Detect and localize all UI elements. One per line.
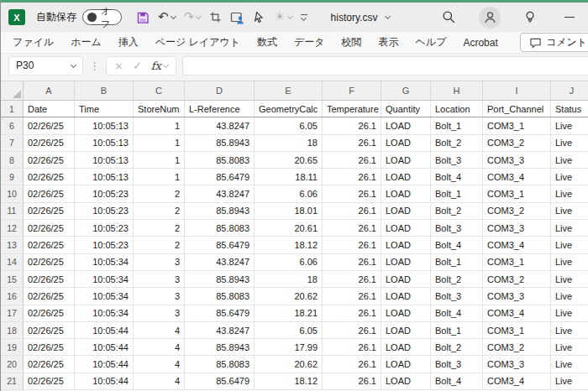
row-header-7[interactable]: 7 <box>1 135 24 151</box>
comments-button[interactable]: コメント <box>520 33 588 52</box>
cell-C11[interactable]: 2 <box>134 203 185 219</box>
cell-E17[interactable]: 18.21 <box>255 305 323 321</box>
undo-button[interactable]: ↶ <box>155 8 179 26</box>
cell-D14[interactable]: 43.8247 <box>185 254 255 270</box>
cancel-icon[interactable]: × <box>114 60 123 71</box>
cell-E10[interactable]: 6.06 <box>255 185 323 201</box>
cell-A14[interactable]: 02/26/25 <box>24 254 75 270</box>
select-all-button[interactable] <box>1 81 24 100</box>
column-header-F[interactable]: F <box>323 81 381 100</box>
cell-G20[interactable]: LOAD <box>381 356 431 372</box>
cell-I20[interactable]: COM3_3 <box>483 356 551 372</box>
cell-D10[interactable]: 43.8247 <box>185 185 255 201</box>
cell-B21[interactable]: 10:05:44 <box>75 373 134 389</box>
cell-J16[interactable]: Live <box>551 288 588 304</box>
cell-J19[interactable]: Live <box>551 339 588 355</box>
cell-F18[interactable]: 26.1 <box>323 322 381 338</box>
row-header-18[interactable]: 18 <box>1 322 24 338</box>
search-icon[interactable] <box>442 10 456 24</box>
cell-G18[interactable]: LOAD <box>381 322 431 338</box>
cell-F7[interactable]: 26.1 <box>323 135 381 151</box>
cell-J18[interactable]: Live <box>551 322 588 338</box>
cell-F14[interactable]: 26.1 <box>323 254 381 270</box>
cell-H15[interactable]: Bolt_2 <box>431 271 483 287</box>
cell-D8[interactable]: 85.8083 <box>185 152 255 168</box>
cell-A8[interactable]: 02/26/25 <box>24 152 75 168</box>
cell-H13[interactable]: Bolt_4 <box>431 237 483 253</box>
cell-D21[interactable]: 85.6479 <box>185 373 255 389</box>
cell-G14[interactable]: LOAD <box>381 254 431 270</box>
row-header-8[interactable]: 8 <box>1 152 24 168</box>
tab-view[interactable]: 表示 <box>370 32 407 53</box>
column-header-C[interactable]: C <box>134 81 185 100</box>
brightness-button[interactable]: ☀ <box>270 8 295 26</box>
customize-toolbar-button[interactable] <box>297 12 311 23</box>
cell-I12[interactable]: COM3_3 <box>483 220 551 236</box>
cell-B9[interactable]: 10:05:13 <box>75 169 134 185</box>
cell-C13[interactable]: 2 <box>134 237 185 253</box>
cell-H18[interactable]: Bolt_1 <box>431 322 483 338</box>
cell-E16[interactable]: 20.62 <box>255 288 323 304</box>
excel-app-icon[interactable]: X <box>8 9 25 25</box>
cell-E8[interactable]: 20.65 <box>255 152 323 168</box>
cell-D7[interactable]: 85.8943 <box>185 135 255 151</box>
cell-G16[interactable]: LOAD <box>381 288 431 304</box>
cell-C12[interactable]: 2 <box>134 220 185 236</box>
cell-A20[interactable]: 02/26/25 <box>24 356 75 372</box>
cell-F21[interactable]: 26.1 <box>323 373 381 389</box>
tab-acrobat[interactable]: Acrobat <box>454 32 506 53</box>
crop-button[interactable] <box>206 8 225 26</box>
cell-H7[interactable]: Bolt_2 <box>431 135 483 151</box>
cell-E20[interactable]: 20.62 <box>255 356 323 372</box>
account-button[interactable] <box>479 7 501 29</box>
tab-file[interactable]: ファイル <box>4 32 62 53</box>
cell-D19[interactable]: 85.8943 <box>185 339 255 355</box>
cell-C17[interactable]: 3 <box>134 305 185 321</box>
cell-J17[interactable]: Live <box>551 305 588 321</box>
cell-C18[interactable]: 4 <box>134 322 185 338</box>
cell-H6[interactable]: Bolt_1 <box>431 117 483 133</box>
cell-G19[interactable]: LOAD <box>381 339 431 355</box>
cell-H1[interactable]: Location <box>431 101 483 117</box>
cell-C1[interactable]: StoreNum <box>134 101 185 117</box>
cell-I14[interactable]: COM3_1 <box>483 254 551 270</box>
cell-B18[interactable]: 10:05:44 <box>75 322 134 338</box>
cell-I15[interactable]: COM3_2 <box>483 271 551 287</box>
cell-D9[interactable]: 85.6479 <box>185 169 255 185</box>
cell-G6[interactable]: LOAD <box>381 117 431 133</box>
cell-G7[interactable]: LOAD <box>381 135 431 151</box>
save-button[interactable] <box>133 8 153 27</box>
cell-J12[interactable]: Live <box>551 220 588 236</box>
row-header-13[interactable]: 13 <box>1 237 24 253</box>
row-header-16[interactable]: 16 <box>1 288 24 304</box>
cell-A21[interactable]: 02/26/25 <box>24 373 75 389</box>
row-header-9[interactable]: 9 <box>1 169 24 185</box>
cell-H19[interactable]: Bolt_2 <box>431 339 483 355</box>
cell-H8[interactable]: Bolt_3 <box>431 152 483 168</box>
cell-A13[interactable]: 02/26/25 <box>24 237 75 253</box>
cell-B8[interactable]: 10:05:13 <box>75 152 134 168</box>
cell-G11[interactable]: LOAD <box>381 203 431 219</box>
cell-E14[interactable]: 6.06 <box>255 254 323 270</box>
cell-B20[interactable]: 10:05:44 <box>75 356 134 372</box>
cell-A16[interactable]: 02/26/25 <box>24 288 75 304</box>
cell-I1[interactable]: Port_Channel <box>483 101 551 117</box>
column-header-H[interactable]: H <box>431 81 483 100</box>
cell-G8[interactable]: LOAD <box>381 152 431 168</box>
autosave-pill[interactable]: オフ <box>82 9 122 25</box>
cell-H9[interactable]: Bolt_4 <box>431 169 483 185</box>
cell-I13[interactable]: COM3_4 <box>483 237 551 253</box>
tab-review[interactable]: 校閲 <box>333 32 370 53</box>
lightbulb-icon[interactable] <box>523 10 537 24</box>
cell-G12[interactable]: LOAD <box>381 220 431 236</box>
cell-A15[interactable]: 02/26/25 <box>24 271 75 287</box>
cell-B13[interactable]: 10:05:23 <box>75 237 134 253</box>
cell-F9[interactable]: 26.1 <box>323 169 381 185</box>
cell-F11[interactable]: 26.1 <box>323 203 381 219</box>
cell-B6[interactable]: 10:05:13 <box>75 117 134 133</box>
undo-dropdown-chevron-icon[interactable] <box>171 13 176 19</box>
cell-C16[interactable]: 3 <box>134 288 185 304</box>
cell-C21[interactable]: 4 <box>134 373 185 389</box>
row-header-20[interactable]: 20 <box>1 356 24 372</box>
cell-C20[interactable]: 4 <box>134 356 185 372</box>
